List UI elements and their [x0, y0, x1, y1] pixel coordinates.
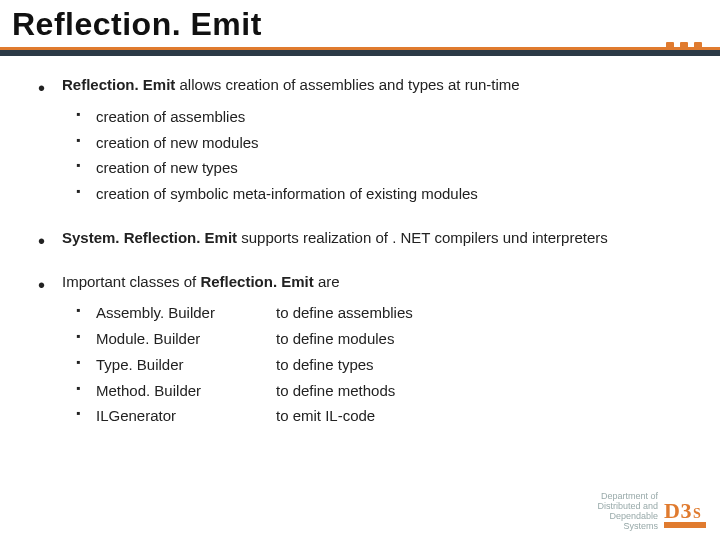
decor-dots: [666, 42, 702, 50]
slide-body: Reflection. Emit allows creation of asse…: [0, 56, 720, 427]
bullet-list: Reflection. Emit allows creation of asse…: [28, 74, 692, 427]
dept-line: Systems: [597, 522, 658, 532]
slide-title: Reflection. Emit: [12, 6, 708, 43]
class-name: Type. Builder: [96, 354, 276, 376]
class-desc: to define modules: [276, 328, 692, 350]
class-desc: to define methods: [276, 380, 692, 402]
class-desc: to emit IL-code: [276, 405, 692, 427]
footer: Department of Distributed and Dependable…: [597, 492, 710, 532]
bullet-tail: supports realization of . NET compilers …: [237, 229, 608, 246]
title-wrap: Reflection. Emit: [0, 0, 720, 43]
title-rule: [0, 47, 720, 56]
sub-bullet-item: Type. Builder to define types: [62, 354, 692, 376]
logo-d3: D3: [664, 498, 692, 524]
sub-bullet-item: creation of new types: [62, 157, 692, 179]
sub-bullet-item: Assembly. Builder to define assemblies: [62, 302, 692, 324]
department-label: Department of Distributed and Dependable…: [597, 492, 658, 532]
class-name: Method. Builder: [96, 380, 276, 402]
sub-bullet-item: creation of new modules: [62, 132, 692, 154]
dot-icon: [666, 42, 674, 50]
bullet-strong: System. Reflection. Emit: [62, 229, 237, 246]
bullet-strong: Reflection. Emit: [62, 76, 175, 93]
class-desc: to define types: [276, 354, 692, 376]
class-name: Assembly. Builder: [96, 302, 276, 324]
sub-bullet-item: creation of assemblies: [62, 106, 692, 128]
bullet-strong: Reflection. Emit: [200, 273, 313, 290]
logo-s: S: [693, 506, 701, 522]
bullet-item: Reflection. Emit allows creation of asse…: [28, 74, 692, 205]
dot-icon: [680, 42, 688, 50]
class-name: ILGenerator: [96, 405, 276, 427]
sub-bullet-list: creation of assemblies creation of new m…: [62, 106, 692, 205]
logo-bar: [664, 522, 706, 528]
sub-bullet-item: Module. Builder to define modules: [62, 328, 692, 350]
sub-bullet-item: ILGenerator to emit IL-code: [62, 405, 692, 427]
slide: Reflection. Emit Reflection. Emit allows…: [0, 0, 720, 540]
class-name: Module. Builder: [96, 328, 276, 350]
sub-bullet-list: Assembly. Builder to define assemblies M…: [62, 302, 692, 427]
bullet-item: System. Reflection. Emit supports realiz…: [28, 227, 692, 249]
bullet-lead: Important classes of: [62, 273, 200, 290]
d3s-logo-icon: D3S: [664, 498, 710, 526]
sub-bullet-item: Method. Builder to define methods: [62, 380, 692, 402]
dot-icon: [694, 42, 702, 50]
bullet-tail: are: [314, 273, 340, 290]
class-desc: to define assemblies: [276, 302, 692, 324]
bullet-item: Important classes of Reflection. Emit ar…: [28, 271, 692, 428]
bullet-tail: allows creation of assemblies and types …: [175, 76, 519, 93]
sub-bullet-item: creation of symbolic meta-information of…: [62, 183, 692, 205]
